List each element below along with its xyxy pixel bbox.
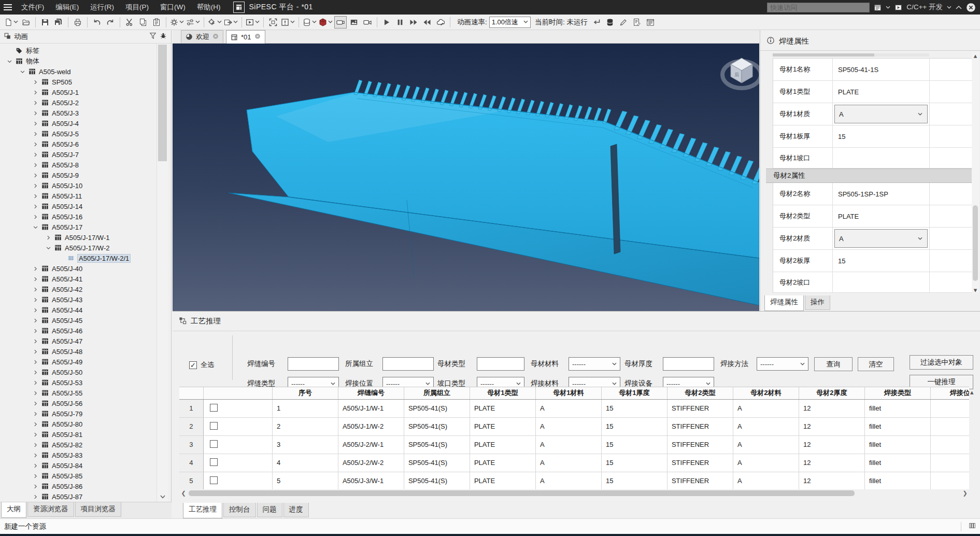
tab-resource-browser[interactable]: 资源浏览器	[27, 502, 74, 517]
bug-icon[interactable]	[160, 32, 167, 41]
clear-button[interactable]: 清空	[858, 357, 894, 371]
filter-select-6[interactable]: ------	[757, 357, 808, 371]
chevron-down-icon[interactable]	[31, 224, 40, 230]
chevron-right-icon[interactable]	[31, 359, 40, 365]
panel-layout-icon[interactable]	[969, 522, 976, 531]
tree-item[interactable]: A505/J-83	[0, 450, 157, 460]
tree-item[interactable]: 标签	[0, 46, 157, 56]
tree-item[interactable]: 物体	[0, 56, 157, 66]
table-row[interactable]: 22A505/J-1/W-2SP505-41(S)PLATEA15STIFFEN…	[179, 417, 969, 435]
new-file-button[interactable]	[4, 16, 19, 29]
select-all-control[interactable]: ✓ 全选	[189, 360, 214, 370]
tab-operations[interactable]: 操作	[805, 295, 830, 310]
pen-button[interactable]	[617, 16, 630, 29]
tree-item[interactable]: A505/J-46	[0, 326, 157, 336]
play-button[interactable]	[380, 16, 393, 29]
tree-item[interactable]: A505/J-17/W-2	[0, 243, 157, 253]
save-button[interactable]	[39, 16, 51, 29]
row-checkbox[interactable]	[210, 440, 218, 448]
property-value[interactable]: A	[833, 103, 930, 125]
paste-button[interactable]	[150, 16, 163, 29]
chevron-right-icon[interactable]	[31, 401, 40, 406]
tree-item[interactable]: A505/J-7	[0, 149, 157, 160]
table-scroll-up-icon[interactable]: ▴	[970, 388, 974, 396]
filter-input-5[interactable]	[663, 357, 714, 371]
chevron-right-icon[interactable]	[44, 235, 53, 241]
tree-item[interactable]: A505/J-48	[0, 346, 157, 357]
export-button[interactable]	[223, 16, 238, 29]
gear-button[interactable]	[169, 16, 184, 29]
tree-item[interactable]: A505/J-6	[0, 139, 157, 149]
row-checkbox[interactable]	[210, 404, 218, 412]
cassette-button[interactable]	[334, 16, 347, 29]
undo-button[interactable]	[91, 16, 103, 29]
warning-button[interactable]	[280, 16, 295, 29]
scrollbar-thumb[interactable]	[158, 45, 167, 161]
fit-screen-button[interactable]	[267, 16, 279, 29]
chevron-right-icon[interactable]	[31, 79, 40, 85]
tree-item[interactable]: A505/J-9	[0, 170, 157, 180]
tree-item[interactable]: A505/J-17/W-1	[0, 232, 157, 243]
tree-item[interactable]: A505/J-87	[0, 491, 157, 502]
chevron-right-icon[interactable]	[31, 276, 40, 282]
chevron-right-icon[interactable]	[31, 183, 40, 189]
scroll-right-arrow-icon[interactable]: ❯	[961, 489, 969, 497]
chevron-right-icon[interactable]	[31, 453, 40, 458]
scroll-up-arrow-icon[interactable]: ▴	[972, 52, 979, 59]
tree-item[interactable]: A505/J-86	[0, 481, 157, 491]
chevron-right-icon[interactable]	[31, 463, 40, 469]
query-button[interactable]: 查询	[814, 357, 853, 371]
close-icon[interactable]	[254, 33, 261, 39]
save-all-button[interactable]	[52, 16, 65, 29]
tree-item[interactable]: A505/J-50	[0, 367, 157, 377]
perspective-icon[interactable]	[894, 4, 902, 11]
tree-scrollbar[interactable]	[157, 44, 168, 502]
menu-item-2[interactable]: 编辑(E)	[50, 0, 84, 15]
tree-item[interactable]: A505/J-41	[0, 274, 157, 284]
tree-item[interactable]: A505/J-55	[0, 388, 157, 398]
chevron-right-icon[interactable]	[31, 162, 40, 168]
rewind-button[interactable]	[421, 16, 433, 29]
chevron-right-icon[interactable]	[31, 152, 40, 158]
open-perspective-icon[interactable]	[874, 4, 882, 11]
chevron-right-icon[interactable]	[31, 432, 40, 438]
tab-console[interactable]: 控制台	[223, 503, 256, 517]
tree-item[interactable]: A505/J-17/W-2/1	[0, 253, 157, 263]
properties-vscrollbar[interactable]: ▴ ▾	[972, 52, 979, 293]
chevron-down-icon[interactable]	[44, 245, 53, 251]
chevron-right-icon[interactable]	[31, 173, 40, 178]
tree-item[interactable]: A505/J-4	[0, 118, 157, 129]
chevron-right-icon[interactable]	[31, 287, 40, 292]
redo-button[interactable]	[104, 16, 117, 29]
tree-item[interactable]: A505/J-85	[0, 471, 157, 481]
close-icon[interactable]	[966, 3, 976, 12]
row-checkbox[interactable]	[210, 476, 218, 484]
chevron-right-icon[interactable]	[31, 204, 40, 209]
copy-button[interactable]	[137, 16, 149, 29]
chevron-right-icon[interactable]	[31, 328, 40, 334]
filter-input-2[interactable]	[382, 357, 434, 371]
filter-funnel-icon[interactable]	[149, 32, 157, 41]
menu-item-6[interactable]: 帮助(H)	[191, 0, 226, 15]
menu-item-5[interactable]: 窗口(W)	[154, 0, 191, 15]
scrollbar-thumb[interactable]	[973, 205, 978, 281]
tree-item[interactable]: A505/J-43	[0, 294, 157, 305]
chevron-down-icon[interactable]	[18, 69, 27, 75]
tree-item[interactable]: A505/J-84	[0, 460, 157, 471]
chevron-right-icon[interactable]	[31, 110, 40, 116]
tree-item[interactable]: A505/J-16	[0, 211, 157, 222]
menu-item-4[interactable]: 项目(P)	[120, 0, 154, 15]
tree-item[interactable]: A505/J-45	[0, 315, 157, 326]
select-all-checkbox[interactable]: ✓	[189, 361, 197, 369]
chevron-right-icon[interactable]	[31, 142, 40, 147]
tree-item[interactable]: A505/J-82	[0, 440, 157, 450]
tab-problems[interactable]: 问题	[257, 503, 282, 517]
image-button[interactable]	[348, 16, 360, 29]
cube-button[interactable]	[318, 16, 333, 29]
tree-item[interactable]: A505/J-56	[0, 398, 157, 408]
chevron-right-icon[interactable]	[31, 473, 40, 479]
chevron-right-icon[interactable]	[31, 131, 40, 137]
scroll-down-arrow-icon[interactable]: ▾	[972, 286, 979, 293]
scroll-left-arrow-icon[interactable]: ❮	[179, 489, 188, 497]
tree-item[interactable]: A505/J-42	[0, 284, 157, 294]
